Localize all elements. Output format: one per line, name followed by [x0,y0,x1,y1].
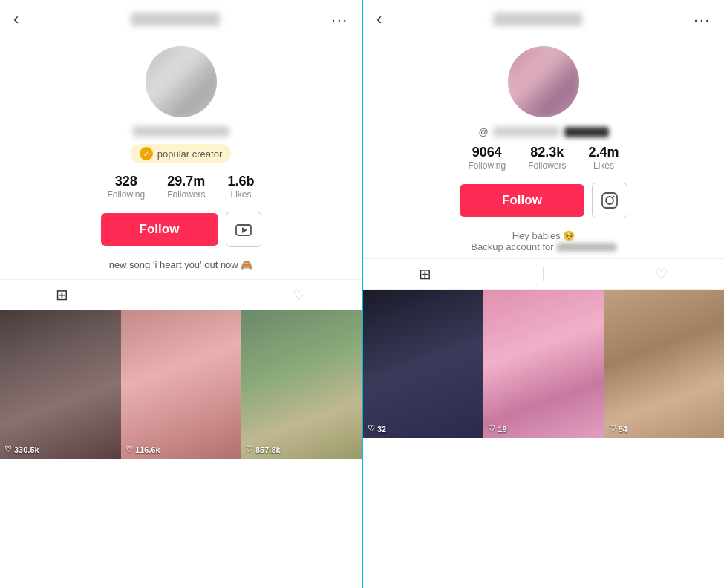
instagram-icon [601,192,619,209]
right-likes-value: 2.4m [589,145,619,160]
left-heart-icon-1: ♡ [4,445,12,454]
left-panel: ‹ ··· ✓ popular creator 328 Following 29… [0,0,362,588]
right-stats-row: 9064 Following 82.3k Followers 2.4m Like… [468,145,619,171]
right-video-thumb-3[interactable]: ♡ 54 [604,290,724,438]
right-back-button[interactable]: ‹ [376,10,382,29]
svg-rect-2 [602,193,617,208]
right-stat-following: 9064 Following [468,145,506,171]
right-grid-tab[interactable]: ⊞ [419,265,431,283]
badge-label: popular creator [157,148,222,160]
left-followers-value: 29.7m [167,174,205,189]
left-tab-bar: ⊞ ♡ [0,279,362,310]
right-video-likes-1: ♡ 32 [368,424,386,434]
left-stat-followers: 29.7m Followers [167,174,205,200]
verified-icon: ✓ [140,147,153,160]
right-video-thumb-2[interactable]: ♡ 19 [483,290,604,438]
right-video-likes-3: ♡ 54 [609,424,627,434]
left-back-button[interactable]: ‹ [13,10,19,29]
left-stats-row: 328 Following 29.7m Followers 1.6b Likes [107,174,254,200]
right-at-username: @ [478,126,608,137]
right-profile-section: @ 9064 Following 82.3k Followers 2.4m Li… [363,39,724,252]
left-more-button[interactable]: ··· [331,11,348,28]
right-video-thumb-1[interactable]: ♡ 32 [363,290,483,438]
left-avatar [146,46,217,117]
left-bio: new song 'i heart you' out now 🙈 [102,259,261,270]
right-username-blur [493,127,560,137]
right-tab-divider [543,267,544,281]
at-symbol: @ [478,126,488,137]
left-video-thumb-2[interactable]: ♡ 116.6k [121,310,241,459]
left-video-likes-2: ♡ 116.6k [125,445,160,454]
left-popular-badge: ✓ popular creator [131,144,231,163]
left-heart-icon-2: ♡ [125,445,133,454]
left-followers-label: Followers [167,189,205,200]
svg-marker-1 [242,227,247,233]
right-heart-icon-1: ♡ [368,424,375,434]
right-bio-line1: Hey babies 🥺 [512,230,575,241]
right-heart-icon-2: ♡ [488,424,495,434]
left-video-likes-3: ♡ 857.8k [246,445,281,454]
left-youtube-button[interactable] [226,212,261,247]
right-action-row: Follow [460,183,627,218]
right-following-label: Following [468,160,506,171]
right-video-likes-2: ♡ 19 [488,424,506,434]
left-following-value: 328 [115,174,137,189]
left-video-thumb-3[interactable]: ♡ 857.8k [241,310,362,459]
right-panel: ‹ ··· @ 9064 Following 82.3k Followers [362,0,724,588]
right-header: ‹ ··· [363,0,724,39]
left-grid-tab[interactable]: ⊞ [56,286,68,304]
right-heart-icon-3: ♡ [609,424,616,434]
left-username [133,126,229,137]
svg-point-4 [613,196,615,197]
right-following-value: 9064 [472,145,502,160]
left-stat-following: 328 Following [107,174,145,200]
right-followers-label: Followers [528,160,566,171]
left-likes-value: 1.6b [228,174,255,189]
svg-point-3 [606,197,613,204]
right-header-title [493,13,582,26]
left-action-row: Follow [101,212,261,247]
right-avatar [508,46,579,117]
right-bio-line2: Backup account for [471,241,616,252]
right-more-button[interactable]: ··· [694,11,711,28]
right-bio-account-blur [557,243,616,252]
left-video-thumb-1[interactable]: ♡ 330.5k [0,310,121,459]
left-header: ‹ ··· [0,0,362,39]
right-followers-value: 82.3k [530,145,564,160]
right-username-blur2 [564,127,609,137]
left-video-grid: ♡ 330.5k ♡ 116.6k ♡ 857.8k [0,310,362,588]
right-follow-button[interactable]: Follow [460,184,584,217]
left-heart-icon-3: ♡ [246,445,253,454]
left-profile-section: ✓ popular creator 328 Following 29.7m Fo… [0,39,362,273]
left-liked-tab[interactable]: ♡ [293,286,306,304]
left-stat-likes: 1.6b Likes [228,174,255,200]
left-video-likes-1: ♡ 330.5k [4,445,39,454]
left-following-label: Following [107,189,145,200]
left-follow-button[interactable]: Follow [101,213,218,246]
right-bio-prefix: Backup account for [471,241,553,252]
right-tab-bar: ⊞ ♡ [363,258,724,290]
right-likes-label: Likes [593,160,614,171]
left-header-title [131,13,220,26]
right-stat-likes: 2.4m Likes [589,145,619,171]
left-tab-divider [180,287,180,302]
left-likes-label: Likes [231,189,252,200]
right-video-grid: ♡ 32 ♡ 19 ♡ 54 [363,290,724,588]
youtube-icon [235,220,252,238]
right-instagram-button[interactable] [592,183,627,218]
right-liked-tab[interactable]: ♡ [655,265,668,283]
right-stat-followers: 82.3k Followers [528,145,566,171]
